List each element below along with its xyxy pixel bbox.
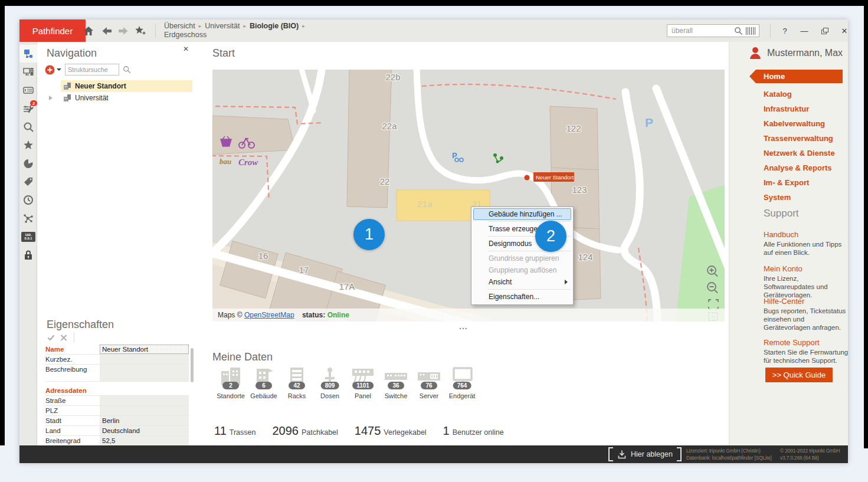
- property-value-input[interactable]: [100, 365, 189, 381]
- menu-separator: [488, 251, 571, 251]
- sidebar-item-analyse-reports[interactable]: Analyse & Reports: [764, 163, 832, 172]
- add-favorite-button[interactable]: [133, 25, 148, 37]
- app-window: Pathfinder Übersicht▸Universität▸Biologi…: [19, 19, 848, 463]
- support-link-handbuch[interactable]: Handbuch: [764, 230, 798, 239]
- property-value-input[interactable]: [100, 355, 189, 364]
- breadcrumb-item-current[interactable]: Biologie (BIO): [250, 22, 299, 30]
- tool-security-button[interactable]: [19, 246, 37, 264]
- pathfinder-logo-button[interactable]: Pathfinder: [19, 19, 86, 42]
- support-link-hilfe-center[interactable]: Hilfe-Center: [764, 297, 804, 306]
- site-marker-dot[interactable]: [525, 175, 530, 181]
- property-label: Breitengrad: [45, 436, 100, 445]
- map-label: 22b: [385, 72, 400, 82]
- workstation-icon: [23, 67, 34, 77]
- forward-button[interactable]: [116, 25, 130, 37]
- support-link-mein-konto[interactable]: Mein Konto: [764, 264, 803, 273]
- property-value-input[interactable]: Neuer Standort: [100, 345, 189, 354]
- property-label: Beschreibung: [45, 366, 100, 373]
- sidebar-item-netzwerk-dienste[interactable]: Netzwerk & Dienste: [764, 149, 835, 158]
- site-marker-label: Neuer Standort: [536, 174, 574, 181]
- tool-devices-button[interactable]: [19, 63, 37, 81]
- breadcrumb-item[interactable]: Erdgeschoss: [164, 31, 207, 39]
- sidebar-item-home[interactable]: Home: [749, 70, 843, 83]
- tool-search-button[interactable]: [19, 118, 37, 136]
- structure-search-icon[interactable]: [123, 65, 131, 74]
- openstreetmap-link[interactable]: OpenStreetMap: [244, 311, 294, 319]
- tool-favorites-button[interactable]: [19, 136, 37, 154]
- breadcrumb-item[interactable]: Übersicht: [164, 22, 195, 30]
- property-value-input[interactable]: [100, 406, 189, 415]
- menu-item-gebaeude-hinzufuegen[interactable]: Gebäude hinzufügen ...: [473, 208, 571, 220]
- tool-ip-button[interactable]: 192.0.0.1: [19, 228, 37, 245]
- sidebar-item-katalog[interactable]: Katalog: [764, 90, 792, 99]
- support-link-remote-support[interactable]: Remote Support: [764, 338, 820, 347]
- expand-icon[interactable]: [49, 96, 53, 100]
- stat-switche[interactable]: 36 Switche: [379, 366, 412, 405]
- tool-tags-button[interactable]: [19, 173, 37, 191]
- barcode-scan-icon[interactable]: [746, 27, 756, 35]
- add-node-button[interactable]: [45, 65, 55, 75]
- tool-topology-button[interactable]: [19, 209, 37, 227]
- sidebar-item-im-export[interactable]: Im- & Export: [764, 178, 809, 187]
- stat-gebaeude[interactable]: 6 Gebäude: [247, 366, 280, 405]
- stat-server[interactable]: 76 Server: [412, 366, 446, 405]
- map-label: 122: [566, 123, 581, 133]
- sidebar-item-kabelverwaltung[interactable]: Kabelverwaltung: [764, 119, 825, 128]
- home-button[interactable]: [81, 25, 96, 37]
- user-account[interactable]: Mustermann, Max: [749, 47, 843, 60]
- property-value-input[interactable]: Berlin: [100, 416, 189, 425]
- tool-structure-button[interactable]: [19, 45, 37, 63]
- help-button[interactable]: ?: [778, 24, 792, 37]
- structure-search-input[interactable]: [65, 64, 119, 76]
- search-icon[interactable]: [734, 27, 743, 35]
- sidebar-item-system[interactable]: System: [764, 193, 791, 202]
- structure-icon: [23, 48, 34, 59]
- tree-item-universitaet[interactable]: Universität: [37, 92, 195, 104]
- back-button[interactable]: [100, 25, 114, 37]
- close-button[interactable]: ✕: [837, 24, 848, 37]
- bracket-left-icon: [608, 447, 613, 461]
- drop-target[interactable]: Hier ablegen: [608, 448, 682, 461]
- map-resize-handle[interactable]: ...: [459, 322, 468, 331]
- total-trassen: 11Trassen: [214, 424, 256, 438]
- apply-button[interactable]: [45, 333, 56, 342]
- sidebar-item-infrastruktur[interactable]: Infrastruktur: [764, 104, 809, 113]
- menu-item-ansicht[interactable]: Ansicht: [471, 276, 573, 288]
- tree-item-neuer-standort[interactable]: Neuer Standort: [37, 80, 195, 92]
- tool-tasks-button[interactable]: 2: [19, 100, 37, 117]
- discard-button[interactable]: [58, 333, 69, 342]
- total-value: 1: [443, 424, 450, 438]
- patchpanel-icon: [23, 85, 34, 96]
- clock-icon: [23, 195, 34, 205]
- restore-button[interactable]: [817, 24, 831, 37]
- stat-standorte[interactable]: 2 Standorte: [214, 366, 247, 405]
- navigation-close-button[interactable]: ✕: [183, 45, 189, 53]
- quick-guide-button[interactable]: >> Quick Guide: [765, 368, 833, 382]
- stat-racks[interactable]: 42 Racks: [280, 366, 313, 405]
- menu-item-eigenschaften[interactable]: Eigenschaften...: [471, 291, 573, 303]
- property-value-input[interactable]: [100, 396, 189, 405]
- copyright-info: © 2001-2022 tripunkt GmbH v3.7.0.266 (64…: [780, 447, 840, 461]
- titlebar-divider: [770, 24, 771, 38]
- stat-dosen[interactable]: 809 Dosen: [313, 366, 346, 405]
- stat-panel[interactable]: 1101 Panel: [346, 366, 379, 405]
- property-row: Kurzbez.: [45, 355, 189, 365]
- tool-reports-button[interactable]: [19, 155, 37, 172]
- global-search-input[interactable]: [670, 26, 734, 35]
- properties-scrollbar[interactable]: [191, 348, 194, 382]
- cancel-x-icon: [60, 335, 67, 341]
- property-value-input[interactable]: Deutschland: [100, 426, 189, 435]
- breadcrumb-item[interactable]: Universität: [205, 22, 240, 30]
- total-benutzer-online: 1Benutzer online: [443, 424, 504, 438]
- map-viewport[interactable]: P 22b 22a 22 21a 21 122 123 124 16 17 17…: [212, 70, 725, 322]
- minimize-button[interactable]: —: [797, 24, 811, 37]
- add-node-dropdown-icon[interactable]: [57, 68, 61, 71]
- tool-panel-button[interactable]: [19, 81, 37, 99]
- total-verlegekabel: 1475Verlegekabel: [355, 424, 427, 438]
- stat-endgeraet[interactable]: 764 Endgerät: [446, 366, 479, 405]
- property-value-input[interactable]: 52,5: [100, 436, 189, 445]
- sidebar-item-trassenverwaltung[interactable]: Trassenverwaltung: [764, 134, 833, 143]
- copyright-line: © 2001-2022 tripunkt GmbH: [780, 447, 840, 454]
- tool-history-button[interactable]: [19, 191, 37, 209]
- check-icon: [47, 335, 55, 341]
